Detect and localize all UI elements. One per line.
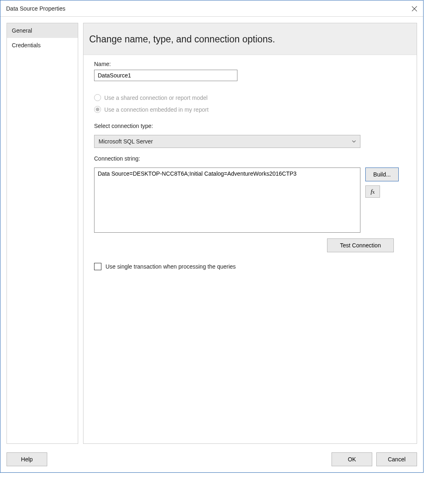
connection-type-label: Select connection type: [94,123,406,129]
radio-embedded[interactable] [94,106,101,113]
radio-shared[interactable] [94,94,101,101]
connection-area: Build... fx [94,168,406,233]
dialog-window: Data Source Properties General Credentia… [0,0,424,473]
single-transaction-row[interactable]: Use single transaction when processing t… [94,263,406,270]
radio-embedded-row[interactable]: Use a connection embedded in my report [94,106,406,113]
help-label: Help [21,456,33,463]
chevron-down-icon [352,140,356,143]
connection-side-buttons: Build... fx [365,168,399,233]
main-panel: Change name, type, and connection option… [83,23,417,444]
help-button[interactable]: Help [7,452,47,466]
sidebar-item-label: General [12,27,32,34]
radio-shared-row[interactable]: Use a shared connection or report model [94,94,406,101]
connection-type-select[interactable]: Microsoft SQL Server [94,135,360,148]
sidebar-item-credentials[interactable]: Credentials [7,38,78,53]
sidebar: General Credentials [7,23,78,444]
footer: Help OK Cancel [0,446,423,472]
test-connection-row: Test Connection [94,238,406,252]
title-text: Data Source Properties [6,5,66,12]
radio-dot-icon [96,108,99,111]
radio-shared-label: Use a shared connection or report model [104,95,208,101]
ok-label: OK [348,456,356,463]
ok-button[interactable]: OK [332,452,372,466]
panel-heading: Change name, type, and connection option… [83,23,417,55]
panel-body: Name: Use a shared connection or report … [83,55,417,276]
name-label: Name: [94,61,406,67]
cancel-button[interactable]: Cancel [376,452,417,466]
body-area: General Credentials Change name, type, a… [0,17,423,446]
radio-embedded-label: Use a connection embedded in my report [104,106,209,113]
test-connection-label: Test Connection [340,242,381,249]
connection-type-value: Microsoft SQL Server [99,138,153,145]
close-icon[interactable] [412,6,417,11]
fx-button[interactable]: fx [365,185,380,198]
title-bar: Data Source Properties [0,0,423,17]
sidebar-item-general[interactable]: General [7,23,78,38]
name-input[interactable] [94,70,237,81]
connection-string-input[interactable] [94,168,360,233]
single-transaction-label: Use single transaction when processing t… [105,263,236,270]
fx-icon: fx [371,188,375,195]
connection-string-label: Connection string: [94,155,406,162]
sidebar-item-label: Credentials [12,42,41,48]
build-button[interactable]: Build... [365,168,399,181]
single-transaction-checkbox[interactable] [94,263,101,270]
cancel-label: Cancel [388,456,406,463]
build-button-label: Build... [373,171,391,178]
test-connection-button[interactable]: Test Connection [327,238,394,252]
footer-right: OK Cancel [332,452,417,466]
